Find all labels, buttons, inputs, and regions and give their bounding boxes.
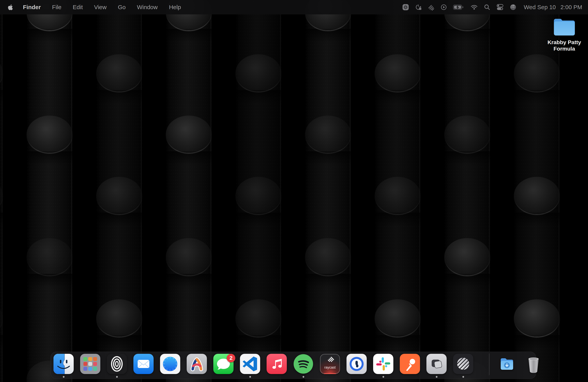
starburst-app-icon[interactable] (402, 4, 409, 11)
now-playing-icon[interactable] (441, 4, 447, 10)
menu-bar-time[interactable]: 2:00 PM (560, 4, 582, 11)
dock-item-music[interactable] (267, 354, 287, 374)
wallpaper-column (27, 0, 73, 382)
menu-view[interactable]: View (88, 4, 112, 11)
menu-app-name[interactable]: Finder (17, 4, 46, 11)
menu-window[interactable]: Window (131, 4, 163, 11)
wallpaper-column (305, 0, 351, 382)
wallpaper-column (96, 0, 142, 382)
menu-bar: FinderFileEditViewGoWindowHelp Wed Sep 1… (0, 0, 588, 14)
dock-item-squares[interactable] (426, 354, 447, 374)
running-indicator (462, 376, 464, 378)
folder-icon[interactable] (541, 17, 588, 36)
running-indicator (116, 376, 118, 378)
running-indicator (382, 376, 384, 378)
menu-help[interactable]: Help (163, 4, 187, 11)
wifi-icon[interactable] (471, 4, 478, 10)
spotlight-search-icon[interactable] (484, 4, 490, 10)
dock-divider (489, 353, 489, 375)
running-indicator (436, 376, 438, 378)
wallpaper-column (444, 0, 490, 382)
privacy-lock-icon[interactable] (415, 4, 422, 10)
orb-icon[interactable] (510, 4, 516, 11)
control-center-icon[interactable] (496, 4, 504, 11)
dock-item-messages[interactable]: 2 (213, 354, 233, 374)
dock-item-trash[interactable] (524, 354, 544, 374)
dock-item-finder[interactable] (53, 354, 74, 374)
running-indicator (303, 376, 304, 378)
diagonal-stripes-icon[interactable] (428, 4, 434, 11)
menu-edit[interactable]: Edit (67, 4, 88, 11)
dock-item-downloads[interactable] (497, 354, 517, 374)
dock: 2raycast (51, 352, 536, 379)
menu-items: FinderFileEditViewGoWindowHelp (17, 4, 187, 11)
wallpaper-column (375, 0, 420, 382)
status-icons (402, 4, 516, 11)
battery-charging-icon[interactable] (453, 4, 464, 10)
folder-label: Krabby Patty Formula (541, 39, 588, 52)
menu-bar-clock[interactable]: Wed Sep 10 2:00 PM (524, 4, 582, 11)
dock-item-arc[interactable] (187, 354, 207, 374)
dock-item-launchpad[interactable] (80, 354, 100, 374)
menu-go[interactable]: Go (112, 4, 131, 11)
dock-item-rings[interactable] (107, 354, 127, 374)
dock-item-postman[interactable] (400, 354, 420, 374)
dock-item-spotify[interactable] (293, 354, 314, 374)
dock-item-vscode[interactable] (240, 354, 260, 374)
notification-badge: 2 (227, 354, 235, 362)
wallpaper-column (0, 0, 3, 382)
desktop-folder-krabby-patty-formula[interactable]: Krabby Patty Formula (541, 17, 588, 52)
wallpaper-column (166, 0, 212, 382)
dock-item-mail[interactable] (133, 354, 154, 374)
dock-item-onepassword[interactable] (346, 354, 367, 374)
wallpaper-column (514, 0, 560, 382)
dock-item-safari[interactable] (160, 354, 180, 374)
dock-item-slack[interactable] (373, 354, 393, 374)
apple-menu-icon[interactable] (8, 4, 13, 11)
wallpaper (0, 0, 588, 382)
desktop: FinderFileEditViewGoWindowHelp Wed Sep 1… (0, 0, 588, 382)
dock-item-raycast[interactable]: raycast (320, 354, 340, 374)
wallpaper-column (235, 0, 281, 382)
menu-bar-status: Wed Sep 10 2:00 PM (402, 4, 582, 11)
running-indicator (63, 376, 64, 378)
running-indicator (249, 376, 251, 378)
menu-file[interactable]: File (46, 4, 67, 11)
dock-item-linear[interactable] (453, 354, 473, 374)
svg-text:raycast: raycast (324, 365, 336, 369)
menu-bar-date[interactable]: Wed Sep 10 (524, 4, 556, 11)
